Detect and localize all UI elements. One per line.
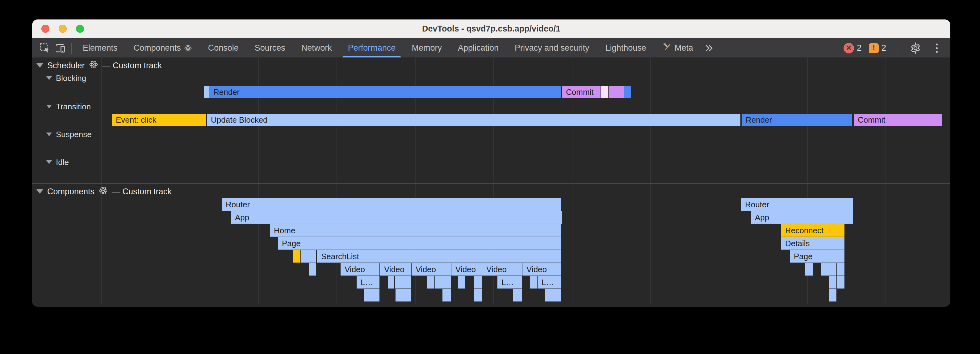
flame-bar[interactable] [388,276,394,289]
track-header-components[interactable]: Components — Custom track [37,186,172,197]
track-title: Components [47,187,94,196]
flame-bar[interactable] [301,250,316,263]
flame-bar[interactable] [609,86,624,98]
tab-application[interactable]: Application [450,38,507,58]
tab-console[interactable]: Console [200,38,247,58]
lane-transition[interactable]: Transition [46,102,91,111]
flame-bar[interactable] [435,276,451,289]
collapse-triangle-icon [46,105,52,108]
toolbar-divider [71,43,72,54]
close-button[interactable] [41,25,49,33]
error-badge[interactable]: ✕ 2 [843,43,861,53]
tab-label: Application [458,43,499,53]
kebab-menu-icon[interactable] [931,43,943,53]
flame-bar-update-blocked[interactable]: Update Blocked [207,114,740,126]
tab-privacy-and-security[interactable]: Privacy and security [507,38,597,58]
flame-bar[interactable] [805,263,813,276]
more-tabs-icon[interactable] [701,40,717,56]
flame-bar[interactable] [364,289,379,301]
flame-bar[interactable] [309,263,316,276]
panel-tabs: ElementsComponentsConsoleSourcesNetworkP… [75,38,701,58]
inspect-element-icon[interactable] [37,40,52,56]
flame-bar-searchlist[interactable]: SearchList [317,250,561,263]
react-atom-icon [184,44,192,52]
flame-bar[interactable] [624,86,631,98]
tab-memory[interactable]: Memory [404,38,450,58]
flame-bar[interactable] [530,276,537,289]
flame-bar[interactable] [545,289,561,301]
flame-bar[interactable] [821,263,837,276]
flame-bar[interactable] [474,276,482,289]
flame-bar[interactable] [513,289,522,301]
flame-bar[interactable] [293,250,301,263]
devtools-toolbar: ElementsComponentsConsoleSourcesNetworkP… [32,38,950,58]
lane-idle[interactable]: Idle [46,158,69,167]
flame-bar[interactable] [837,276,845,289]
flame-bar[interactable] [458,276,465,289]
flame-bar-video[interactable]: Video [482,263,522,276]
flame-bar[interactable] [396,289,411,301]
flame-bar[interactable] [829,276,837,289]
toolbar-divider [897,43,897,54]
titlebar: DevTools - qsvd7p.csb.app/video/1 [32,19,950,38]
flame-bar-l-[interactable]: L… [497,276,522,289]
performance-flame-chart: Scheduler — Custom track BlockingTransit… [32,57,950,307]
flame-bar[interactable] [474,289,482,301]
devtools-window: DevTools - qsvd7p.csb.app/video/1 Elemen… [32,19,950,307]
tab-label: Elements [83,43,118,53]
tab-network[interactable]: Network [293,38,340,58]
flame-bar-page[interactable]: Page [278,237,561,250]
zoom-button[interactable] [76,25,84,33]
minimize-button[interactable] [59,25,67,33]
settings-gear-icon[interactable] [908,40,923,56]
tab-lighthouse[interactable]: Lighthouse [597,38,654,58]
flame-bar-home[interactable]: Home [270,224,561,237]
flame-bar[interactable] [837,263,845,276]
lane-blocking[interactable]: Blocking [46,73,86,83]
flame-bar-page[interactable]: Page [790,250,845,263]
flame-bar-app[interactable]: App [751,211,853,224]
tab-components[interactable]: Components [126,38,200,58]
flame-bar-details[interactable]: Details [781,237,845,250]
flame-bar-render[interactable]: Render [209,86,561,98]
react-atom-icon [89,60,98,71]
tab-label: Network [301,43,332,53]
flame-bar-app[interactable]: App [231,211,562,224]
flame-bar-video[interactable]: Video [522,263,561,276]
tab-label: Memory [412,43,442,53]
device-toolbar-icon[interactable] [52,40,68,56]
flame-bar-video[interactable]: Video [412,263,451,276]
flame-bar-l-[interactable]: L… [356,276,379,289]
flame-bar[interactable] [442,289,451,301]
flame-bar-event-click[interactable]: Event: click [112,114,206,126]
tab-sources[interactable]: Sources [247,38,293,58]
gridline [650,57,651,304]
warning-badge[interactable]: ! 2 [869,43,886,53]
track-title: Scheduler [47,61,85,70]
flame-bar[interactable] [204,86,209,98]
flame-bar[interactable] [829,289,837,301]
tab-performance[interactable]: Performance [340,38,404,58]
tab-meta[interactable]: Meta [654,38,701,58]
flame-bar-router[interactable]: Router [222,198,561,210]
tab-label: Privacy and security [515,43,589,53]
lane-suspense[interactable]: Suspense [46,130,92,139]
flame-bar-reconnect[interactable]: Reconnect [781,224,845,237]
flame-bar[interactable] [395,276,411,289]
track-separator [32,183,950,184]
flame-bar-l-[interactable]: L… [538,276,561,289]
tab-label: Console [208,43,239,53]
flame-bar-commit[interactable]: Commit [854,114,942,126]
flame-bar[interactable] [427,276,434,289]
flame-bar-commit[interactable]: Commit [562,86,601,98]
flame-bar-video[interactable]: Video [340,263,379,276]
track-header-scheduler[interactable]: Scheduler — Custom track [37,60,162,71]
flame-bar[interactable] [601,86,608,98]
flame-bar-router[interactable]: Router [741,198,853,210]
flame-bar-render[interactable]: Render [741,114,852,126]
tab-label: Meta [675,43,693,53]
tab-elements[interactable]: Elements [75,38,126,58]
flame-bar-video[interactable]: Video [380,263,411,276]
flame-bar-video[interactable]: Video [452,263,482,276]
lane-label: Idle [56,158,69,167]
